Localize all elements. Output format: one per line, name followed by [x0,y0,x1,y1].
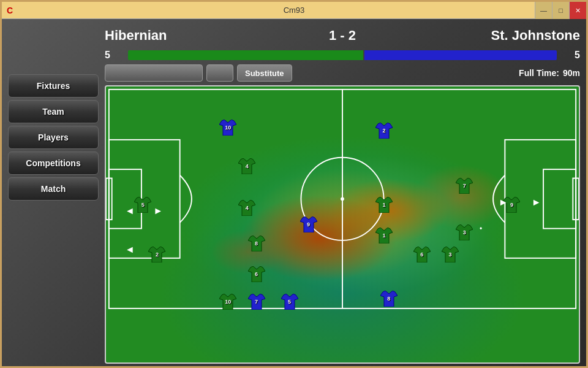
sidebar: Fixtures Team Players Competitions Match [8,25,99,364]
away-player-2[interactable]: 2 [375,123,393,139]
content-area: Hibernian 1 - 2 St. Johnstone 5 5 Substi… [105,25,580,364]
position-select[interactable] [206,64,233,82]
home-team-name: Hibernian [105,28,227,44]
player-select[interactable] [105,64,203,82]
away-player-6[interactable]: 6 [413,247,431,263]
sidebar-item-team[interactable]: Team [8,100,99,123]
home-progress [128,50,363,60]
right-arrow-top: ► [153,205,163,217]
home-player-10b[interactable]: 10 [219,294,236,310]
match-header: Hibernian 1 - 2 St. Johnstone [105,25,580,46]
sidebar-item-match[interactable]: Match [8,177,99,201]
maximize-button[interactable]: □ [552,2,569,19]
dot-indicator: • [480,224,482,233]
match-score: 1 - 2 [227,28,458,44]
home-player-4a[interactable]: 4 [238,158,255,174]
window-title: Cm93 [284,6,305,15]
right-arrow-far: ► [532,197,541,208]
right-arrow-right: ► [499,197,508,208]
minimize-button[interactable]: — [535,2,552,19]
sidebar-item-fixtures[interactable]: Fixtures [8,74,99,98]
away-player-1b[interactable]: 1 [375,228,393,243]
away-progress [364,50,557,60]
home-player-5[interactable]: 5 [134,197,151,213]
home-player-5b[interactable]: 5 [281,294,298,310]
away-player-3b[interactable]: 3 [442,247,459,263]
away-player-1a[interactable]: 1 [375,197,393,213]
sidebar-item-competitions[interactable]: Competitions [8,151,99,175]
home-player-2[interactable]: 2 [148,247,165,263]
stats-row: 5 5 [105,50,580,61]
away-team-name: St. Johnstone [458,28,580,44]
main-area: Fixtures Team Players Competitions Match… [2,19,586,368]
away-player-3a[interactable]: 3 [456,224,473,240]
home-player-4b[interactable]: 4 [238,200,255,216]
window-controls: — □ ✕ [535,2,586,18]
home-player-7[interactable]: 7 [248,294,265,310]
home-player-10[interactable]: 10 [219,120,236,136]
home-player-9[interactable]: 9 [300,217,317,232]
home-player-8[interactable]: 8 [248,236,265,251]
title-bar: C Cm93 — □ ✕ [2,2,586,19]
sidebar-item-players[interactable]: Players [8,126,99,149]
home-stat: 5 [105,50,123,61]
fulltime-label: Full Time: [519,68,559,78]
away-stat: 5 [562,50,580,61]
controls-row: Substitute Full Time: 90m [105,64,580,82]
heatmap-overlay [106,86,579,362]
football-pitch: 5 2 10 4 [105,85,580,364]
substitute-button[interactable]: Substitute [237,64,292,82]
away-player-7[interactable]: 7 [456,178,473,194]
home-player-6[interactable]: 6 [248,266,265,282]
left-arrow-mid: ◄ [125,244,135,255]
close-button[interactable]: ✕ [569,2,586,19]
away-player-8[interactable]: 8 [380,291,398,307]
fulltime-value: 90m [563,68,580,78]
left-arrow-top: ◄ [125,205,135,217]
app-logo: C [7,6,13,15]
progress-bar [128,50,557,60]
